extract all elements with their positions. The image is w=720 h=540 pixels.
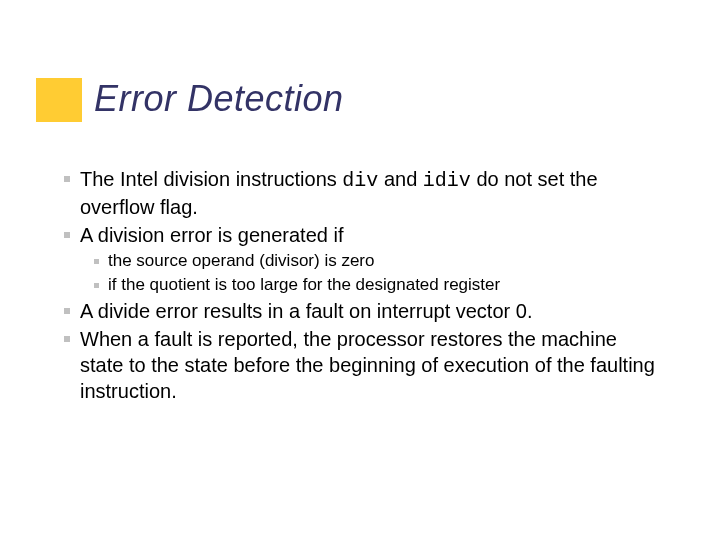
accent-block-icon xyxy=(36,78,82,122)
text-span: and xyxy=(378,168,422,190)
slide-body: The Intel division instructions div and … xyxy=(80,166,660,406)
paragraph-3: A divide error results in a fault on int… xyxy=(80,298,660,324)
paragraph-2: A division error is generated if xyxy=(80,222,660,248)
text-span: The Intel division instructions xyxy=(80,168,342,190)
slide: Error Detection The Intel division instr… xyxy=(0,0,720,540)
slide-title: Error Detection xyxy=(94,78,344,120)
code-idiv: idiv xyxy=(423,169,471,192)
sub-item-1: the source operand (divisor) is zero xyxy=(108,250,660,272)
sub-item-2: if the quotient is too large for the des… xyxy=(108,274,660,296)
paragraph-1: The Intel division instructions div and … xyxy=(80,166,660,220)
code-div: div xyxy=(342,169,378,192)
paragraph-4: When a fault is reported, the processor … xyxy=(80,326,660,404)
